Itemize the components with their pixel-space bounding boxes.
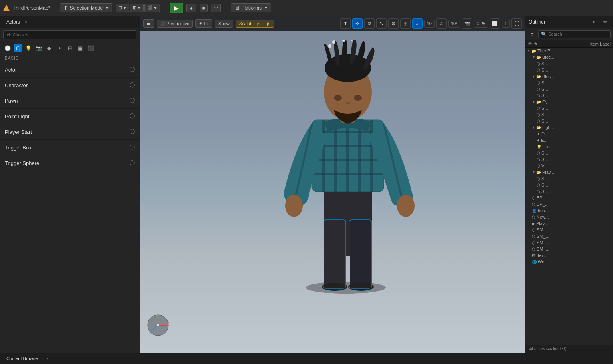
outliner-g1-child2[interactable]: ⬡ S... xyxy=(525,67,613,73)
more-options-button[interactable]: ⋯ xyxy=(211,4,221,12)
outliner-g1-child1[interactable]: ⬡ S... xyxy=(525,60,613,67)
light-icon-btn[interactable]: 💡 xyxy=(24,44,33,52)
outliner-play[interactable]: ▶ Play... xyxy=(525,220,613,227)
outliner-g4-child1[interactable]: ☀ D... xyxy=(525,131,613,137)
outliner-g3-child2[interactable]: ⬡ S... xyxy=(525,111,613,118)
show-button[interactable]: Show xyxy=(215,20,233,28)
shape-icon-btn[interactable]: ◆ xyxy=(45,44,54,52)
outliner-g4-child2[interactable]: ✦ E... xyxy=(525,137,613,143)
maximize-btn[interactable]: ⛶ xyxy=(511,18,522,29)
outliner-sm3[interactable]: ⬡ SM_... xyxy=(525,239,613,246)
outliner-group4[interactable]: ▼ 📂 Ligh... xyxy=(525,124,613,131)
trigger-box-info-icon[interactable]: ⓘ xyxy=(130,144,135,151)
outliner-sm2[interactable]: ⬡ SM_... xyxy=(525,233,613,239)
grid-snap-toggle-btn[interactable]: # xyxy=(412,18,423,29)
outliner-group1[interactable]: ▼ 📂 Bloc... xyxy=(525,54,613,60)
viewport-menu-button[interactable]: ☰ xyxy=(143,19,154,28)
outliner-g2-child2[interactable]: ⬡ S... xyxy=(525,86,613,92)
rotate-tool-btn[interactable]: ↺ xyxy=(364,18,375,29)
trigger-sphere-item[interactable]: Trigger Sphere ⓘ xyxy=(0,155,140,171)
point-light-info-icon[interactable]: ⓘ xyxy=(130,113,135,120)
selection-mode-button[interactable]: ⬆ Selection Mode ▼ xyxy=(60,3,112,12)
scalability-button[interactable]: Scalability: High xyxy=(236,20,274,28)
basic-icon-btn[interactable]: ⬡ xyxy=(14,44,22,52)
point-light-item[interactable]: Point Light ⓘ xyxy=(0,109,140,124)
outliner-g5-child1[interactable]: ⬡ S... xyxy=(525,175,613,182)
outliner-head[interactable]: 👤 hea... xyxy=(525,207,613,214)
pawn-item[interactable]: Pawn ⓘ xyxy=(0,93,140,109)
outliner-g3-child3[interactable]: ⬡ S... xyxy=(525,118,613,124)
outliner-sm1[interactable]: ⬡ SM_... xyxy=(525,227,613,233)
move-tool-btn[interactable]: ✛ xyxy=(352,18,363,29)
actor-info-icon[interactable]: ⓘ xyxy=(130,66,135,73)
camera-icon-btn[interactable]: 📷 xyxy=(34,44,43,52)
outliner-filter-btn[interactable]: ≡ xyxy=(528,30,537,38)
outliner-edit-btn[interactable]: ✏ xyxy=(601,18,610,26)
perspective-button[interactable]: 🎥 Perspective xyxy=(157,20,193,28)
player-start-item[interactable]: Player Start ⓘ xyxy=(0,124,140,140)
angle-value-btn[interactable]: 10° xyxy=(448,20,461,28)
content-browser-close[interactable]: × xyxy=(46,356,49,361)
prefab-icon-btn[interactable]: ⊞ xyxy=(66,44,74,52)
outliner-tex[interactable]: 🖼 Tex... xyxy=(525,252,613,259)
play-selected-button[interactable]: ⏭ xyxy=(186,4,196,12)
recent-icon-btn[interactable]: 🕐 xyxy=(3,44,12,52)
visibility-col-icon[interactable]: 👁 xyxy=(528,42,532,46)
outliner-g2-child1[interactable]: ⬡ S... xyxy=(525,80,613,86)
outliner-new[interactable]: ⬡ New... xyxy=(525,214,613,220)
outliner-g4-child4[interactable]: ⬡ S... xyxy=(525,150,613,156)
outliner-g3-child1[interactable]: ⬡ S... xyxy=(525,105,613,111)
stop-button[interactable]: ■ xyxy=(200,4,208,12)
character-info-icon[interactable]: ⓘ xyxy=(130,82,135,89)
outliner-g4-child6[interactable]: ⬡ V... xyxy=(525,163,613,169)
character-item[interactable]: Character ⓘ xyxy=(0,78,140,93)
outliner-sm4[interactable]: ⬡ SM_... xyxy=(525,246,613,252)
screen-pct-icon-btn[interactable]: ⬜ xyxy=(490,18,500,29)
search-input[interactable] xyxy=(3,30,136,39)
outliner-group2[interactable]: ▼ 📂 Bloc... xyxy=(525,73,613,80)
outliner-wor[interactable]: 🌐 Wor... xyxy=(525,259,613,265)
surface-snapping-btn[interactable]: ⊞ xyxy=(400,18,411,29)
outliner-group3[interactable]: ▼ 📂 Cyli... xyxy=(525,99,613,105)
lit-button[interactable]: ☀ Lit xyxy=(195,19,212,28)
select-tool-btn[interactable]: ⬆ xyxy=(340,18,351,29)
outliner-search-input[interactable] xyxy=(548,32,608,36)
outliner-g5-child2[interactable]: ⬡ S... xyxy=(525,182,613,188)
star-col-icon[interactable]: ★ xyxy=(534,41,538,46)
outliner-bp2[interactable]: ⬡ BP_... xyxy=(525,201,613,207)
outliner-root-item[interactable]: ▼ 📁 ThirdP... xyxy=(525,48,613,54)
outliner-g5-child3[interactable]: ⬡ S... xyxy=(525,188,613,195)
actor-item[interactable]: Actor ⓘ xyxy=(0,62,140,78)
outliner-col-header: 👁 ★ Item Label xyxy=(525,40,613,48)
outliner-bp1[interactable]: ⬡ BP_... xyxy=(525,195,613,201)
camera-icon-btn[interactable]: 📷 xyxy=(462,18,472,29)
grid-snap-icon: # xyxy=(416,21,419,26)
outliner-close-btn[interactable]: × xyxy=(590,18,599,26)
viewport[interactable]: X Y Z ☰ 🎥 Perspective xyxy=(140,16,525,353)
pawn-info-icon[interactable]: ⓘ xyxy=(130,97,135,104)
all-icon-btn[interactable]: ⬛ xyxy=(86,44,95,52)
content-browser-tab[interactable]: Content Browser xyxy=(4,355,42,362)
trigger-box-item[interactable]: Trigger Box ⓘ xyxy=(0,140,140,155)
scale-tool-btn[interactable]: ⤡ xyxy=(376,18,387,29)
foliage-icon-btn[interactable]: ▣ xyxy=(76,44,85,52)
angle-snap-btn[interactable]: ∠ xyxy=(436,18,447,29)
vfx-icon-btn[interactable]: ✦ xyxy=(55,44,64,52)
camera-speed-btn[interactable]: 0.25 xyxy=(474,20,488,28)
coord-toggle-btn[interactable]: ⊕ xyxy=(388,18,399,29)
outliner-group5[interactable]: ▼ 📂 Play... xyxy=(525,169,613,175)
cinema-button[interactable]: 🎬 ▼ xyxy=(144,4,160,12)
platforms-button[interactable]: 🖥 Platforms ▼ xyxy=(231,3,271,12)
add-actor-button[interactable]: ⊞ ▼ xyxy=(116,4,129,12)
actors-tab[interactable]: Actors xyxy=(3,18,23,26)
outliner-g4-child3[interactable]: 💡 Po... xyxy=(525,143,613,150)
outliner-g4-child5[interactable]: ⬡ S... xyxy=(525,156,613,163)
play-button[interactable]: ▶ xyxy=(170,3,183,13)
grid-size-btn[interactable]: 10 xyxy=(424,20,435,28)
grid-snap-button[interactable]: ⊞ ▼ xyxy=(130,4,144,12)
trigger-sphere-info-icon[interactable]: ⓘ xyxy=(130,159,135,167)
player-start-info-icon[interactable]: ⓘ xyxy=(130,128,135,135)
actors-tab-close[interactable]: × xyxy=(25,20,27,24)
outliner-g2-child3[interactable]: ⬡ S... xyxy=(525,92,613,99)
screen-pct-btn[interactable]: 1 xyxy=(502,20,510,28)
